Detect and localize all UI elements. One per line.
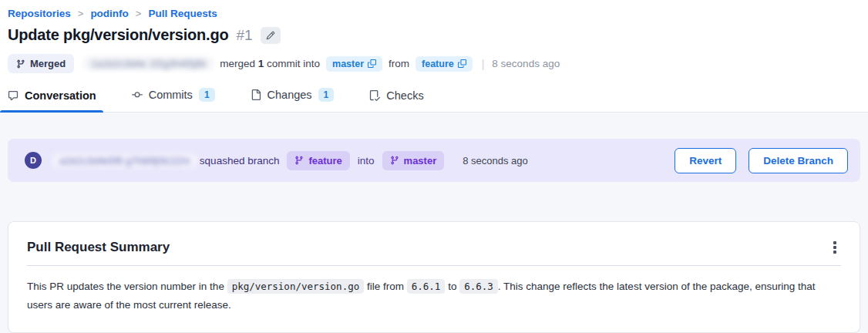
changes-count-badge: 1 bbox=[318, 88, 335, 102]
breadcrumb-pull-requests[interactable]: Pull Requests bbox=[148, 8, 217, 19]
head-branch-chip[interactable]: feature bbox=[287, 151, 349, 170]
tab-changes[interactable]: Changes 1 bbox=[251, 88, 335, 112]
page-header: Repositories > podinfo > Pull Requests U… bbox=[0, 0, 868, 73]
card-menu-button[interactable] bbox=[826, 237, 844, 257]
card-title: Pull Request Summary bbox=[27, 240, 841, 255]
base-branch-label: master bbox=[404, 155, 437, 166]
git-merge-icon bbox=[16, 59, 25, 69]
commits-count-badge: 1 bbox=[199, 88, 215, 102]
card-body: This PR updates the version number in th… bbox=[27, 278, 841, 314]
revert-button[interactable]: Revert bbox=[675, 148, 736, 173]
body-text: This PR updates the version number in th… bbox=[27, 281, 227, 292]
breadcrumb-separator: > bbox=[78, 8, 84, 19]
merged-status-badge: Merged bbox=[8, 54, 74, 73]
merge-timestamp: 8 seconds ago bbox=[492, 58, 560, 69]
delete-branch-button[interactable]: Delete Branch bbox=[749, 148, 848, 173]
pencil-icon bbox=[266, 31, 275, 40]
tab-checks-label: Checks bbox=[386, 89, 423, 102]
tab-conversation[interactable]: Conversation bbox=[8, 89, 96, 112]
breadcrumb: Repositories > podinfo > Pull Requests bbox=[8, 8, 860, 19]
redacted-username: 1a1b2c3d4e 1f2g3h4i5j6k bbox=[83, 56, 214, 71]
copy-icon[interactable] bbox=[368, 59, 376, 68]
tab-changes-label: Changes bbox=[267, 89, 312, 101]
code-span: 6.6.3 bbox=[459, 279, 498, 294]
pr-tabs: Conversation Commits 1 Changes 1 Checks bbox=[0, 73, 868, 113]
banner-timestamp: 8 seconds ago bbox=[463, 155, 528, 166]
commit-count: 1 bbox=[258, 58, 264, 69]
pull-request-summary-card: Pull Request Summary This PR updates the… bbox=[8, 221, 860, 333]
body-text: to bbox=[445, 281, 459, 292]
head-branch-label: feature bbox=[308, 155, 341, 166]
head-branch-label: feature bbox=[422, 59, 454, 69]
merged-label: Merged bbox=[30, 58, 66, 69]
merge-text-pre: merged bbox=[220, 58, 255, 69]
git-branch-icon bbox=[390, 156, 399, 165]
banner-action-text: squashed branch bbox=[200, 155, 280, 166]
code-span: pkg/version/version.go bbox=[227, 279, 365, 294]
git-branch-icon bbox=[294, 156, 304, 165]
breadcrumb-separator: > bbox=[136, 8, 142, 19]
body-text: file from bbox=[364, 281, 407, 292]
card-divider bbox=[27, 265, 841, 266]
checklist-icon bbox=[369, 90, 380, 101]
merge-text-post: commit into bbox=[267, 58, 320, 69]
content-area: D a1b2c3d4e5f6 g7h8i9j0k1l2m squashed br… bbox=[0, 113, 868, 333]
comment-icon bbox=[8, 90, 19, 101]
breadcrumb-podinfo[interactable]: podinfo bbox=[90, 8, 128, 19]
base-branch-label: master bbox=[332, 59, 364, 69]
commit-icon bbox=[132, 89, 143, 100]
from-label: from bbox=[389, 58, 409, 69]
tab-commits[interactable]: Commits 1 bbox=[132, 88, 215, 112]
base-branch-chip[interactable]: master bbox=[326, 56, 382, 72]
file-icon bbox=[251, 89, 261, 100]
tab-conversation-label: Conversation bbox=[25, 89, 96, 102]
tab-checks[interactable]: Checks bbox=[369, 89, 423, 112]
merge-status-row: Merged 1a1b2c3d4e 1f2g3h4i5j6k merged 1 … bbox=[8, 54, 860, 73]
redacted-username: a1b2c3d4e5f6 g7h8i9j0k1l2m bbox=[52, 153, 198, 168]
code-span: 6.6.1 bbox=[407, 279, 446, 294]
avatar[interactable]: D bbox=[25, 152, 42, 169]
tab-commits-label: Commits bbox=[149, 89, 193, 101]
into-label: into bbox=[358, 155, 375, 166]
copy-icon[interactable] bbox=[458, 59, 466, 68]
breadcrumb-repositories[interactable]: Repositories bbox=[8, 8, 71, 19]
divider: | bbox=[482, 58, 485, 70]
kebab-icon bbox=[833, 241, 836, 254]
page-title: Update pkg/version/version.go bbox=[8, 26, 229, 44]
base-branch-chip[interactable]: master bbox=[382, 151, 445, 170]
head-branch-chip[interactable]: feature bbox=[415, 56, 473, 72]
title-row: Update pkg/version/version.go #1 bbox=[8, 26, 860, 44]
merge-description: merged 1 commit into bbox=[220, 58, 320, 69]
pr-number: #1 bbox=[237, 27, 253, 44]
merged-banner: D a1b2c3d4e5f6 g7h8i9j0k1l2m squashed br… bbox=[8, 139, 860, 182]
edit-title-button[interactable] bbox=[261, 27, 281, 44]
